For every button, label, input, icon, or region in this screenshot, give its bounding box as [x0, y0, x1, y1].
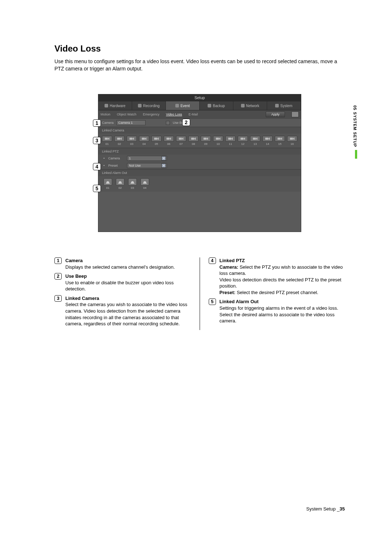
svg-marker-23 — [244, 138, 245, 140]
camera-toggle[interactable] — [151, 136, 162, 142]
camera-toggle[interactable] — [102, 136, 112, 142]
desc-body-camera: Displays the selected camera channel's d… — [65, 264, 175, 270]
subtab-motion[interactable]: Motion — [101, 113, 110, 116]
camera-toggle[interactable] — [201, 136, 211, 142]
camera-toggle[interactable] — [287, 136, 297, 142]
svg-rect-26 — [265, 138, 268, 140]
ptz-camera-label: Camera — [108, 156, 125, 160]
side-tab: 05 SYSTEM SETUP — [353, 105, 359, 160]
callout-4: 4 — [93, 163, 101, 170]
subtab-object-watch[interactable]: Object Watch — [117, 113, 136, 116]
tab-recording[interactable]: Recording — [132, 101, 166, 110]
svg-marker-25 — [256, 138, 258, 140]
subtab-email[interactable]: E-Mail — [189, 113, 198, 116]
svg-rect-16 — [204, 138, 207, 140]
svg-marker-5 — [133, 138, 134, 140]
svg-rect-35 — [143, 183, 147, 184]
bullet-icon: • — [103, 156, 105, 160]
tab-system[interactable]: System — [267, 101, 301, 110]
svg-marker-27 — [269, 138, 270, 140]
alarm-toggle[interactable] — [140, 178, 149, 186]
chevron-down-icon: ▾ — [162, 156, 166, 160]
keyboard-button[interactable] — [291, 111, 299, 117]
callout-2: 2 — [182, 119, 190, 126]
camera-toggle[interactable] — [250, 136, 260, 142]
intro-text: Use this menu to configure settings for … — [54, 58, 345, 72]
side-tab-bar — [355, 150, 357, 159]
setup-window: Setup Hardware Recording Event Backup Ne… — [98, 94, 301, 232]
desc-num-5: 5 — [209, 298, 216, 305]
svg-marker-15 — [195, 138, 196, 140]
svg-rect-28 — [278, 138, 281, 140]
hardware-icon — [105, 104, 108, 107]
desc-title-use-beep: Use Beep — [65, 273, 87, 279]
alarm-toggle[interactable] — [128, 178, 137, 186]
svg-rect-22 — [241, 138, 244, 140]
camera-toggle[interactable] — [262, 136, 273, 142]
svg-rect-30 — [290, 138, 293, 140]
tab-network[interactable]: Network — [233, 101, 267, 110]
desc-title-linked-ptz: Linked PTZ — [220, 258, 245, 263]
camera-toggle[interactable] — [225, 136, 236, 142]
camera-toggle[interactable] — [114, 136, 124, 142]
svg-marker-9 — [158, 138, 159, 140]
desc-num-1: 1 — [54, 257, 62, 264]
desc-title-camera: Camera — [65, 258, 83, 263]
tab-event[interactable]: Event — [166, 101, 200, 110]
tab-hardware[interactable]: Hardware — [98, 101, 132, 110]
desc-num-3: 3 — [54, 295, 62, 302]
desc-num-4: 4 — [209, 257, 216, 264]
linked-alarm-header: Linked Alarm Out — [98, 169, 301, 176]
camera-toggle[interactable] — [213, 136, 223, 142]
system-icon — [275, 104, 279, 107]
svg-rect-18 — [216, 138, 219, 140]
camera-toggle[interactable] — [176, 136, 186, 142]
svg-marker-7 — [145, 138, 147, 140]
camera-toggle[interactable] — [127, 136, 137, 142]
desc-title-linked-alarm: Linked Alarm Out — [220, 299, 259, 304]
subtab-emergency[interactable]: Emergency — [143, 113, 160, 116]
page-heading: Video Loss — [54, 44, 345, 54]
description-columns: 1 Camera Displays the selected camera ch… — [54, 257, 345, 330]
camera-input[interactable]: Camera 1 — [117, 120, 146, 125]
sub-tab-row: Motion Object Watch Emergency Video Loss… — [98, 110, 301, 118]
linked-alarm-grid: 01 02 03 04 — [98, 176, 301, 192]
desc-body-linked-alarm: Settings for triggering alarms in the ev… — [220, 305, 338, 324]
svg-marker-31 — [293, 138, 295, 140]
tab-backup[interactable]: Backup — [200, 101, 233, 110]
ptz-camera-select[interactable]: 1 ▾ — [127, 156, 167, 161]
linked-camera-grid: 01 02 03 04 05 06 07 08 09 10 11 12 13 1… — [98, 134, 301, 148]
linked-ptz-header: Linked PTZ — [98, 148, 301, 155]
ptz-preset-label: Preset — [108, 164, 125, 167]
camera-toggle[interactable] — [275, 136, 285, 142]
svg-rect-12 — [179, 138, 182, 140]
alarm-toggle[interactable] — [116, 178, 124, 186]
desc-body-linked-camera: Select the cameras you wish to associate… — [65, 302, 187, 326]
camera-toggle[interactable] — [164, 136, 174, 142]
ptz-preset-select[interactable]: Not Use ▾ — [127, 163, 167, 168]
desc-num-2: 2 — [54, 273, 62, 280]
alarm-toggle[interactable] — [103, 178, 112, 186]
svg-rect-10 — [167, 138, 170, 140]
svg-rect-8 — [154, 138, 157, 140]
svg-rect-24 — [253, 138, 256, 140]
svg-marker-11 — [170, 138, 171, 140]
backup-icon — [208, 104, 211, 107]
svg-marker-19 — [219, 138, 221, 140]
desc-sub-preset-body: Select the desired PTZ preset channel. — [237, 290, 318, 295]
subtab-video-loss[interactable]: Video Loss — [166, 113, 182, 116]
camera-label: Camera — [102, 121, 114, 125]
use-beep-checkbox[interactable] — [166, 121, 170, 125]
callout-5: 5 — [93, 185, 101, 192]
bullet-icon: • — [103, 164, 105, 167]
svg-rect-2 — [117, 138, 120, 140]
main-tab-row: Hardware Recording Event Backup Network … — [98, 101, 301, 110]
apply-button[interactable]: Apply — [266, 111, 285, 117]
camera-toggle[interactable] — [238, 136, 248, 142]
linked-camera-header: Linked Camera — [98, 127, 301, 134]
network-icon — [241, 104, 245, 107]
svg-rect-4 — [130, 138, 132, 140]
camera-toggle[interactable] — [188, 136, 199, 142]
chevron-down-icon: ▾ — [162, 163, 166, 168]
camera-toggle[interactable] — [139, 136, 149, 142]
